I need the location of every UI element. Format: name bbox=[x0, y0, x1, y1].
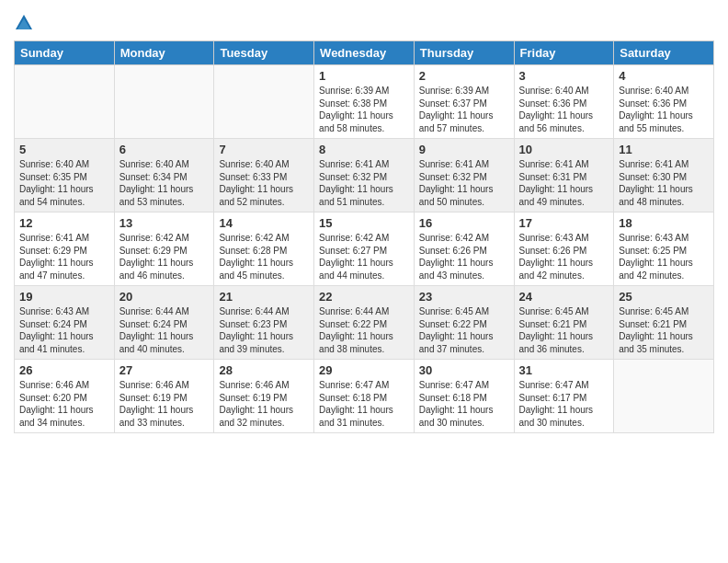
day-header-tuesday: Tuesday bbox=[214, 41, 314, 65]
calendar-cell: 28Sunrise: 6:46 AM Sunset: 6:19 PM Dayli… bbox=[214, 360, 314, 433]
day-number: 19 bbox=[19, 290, 109, 304]
calendar-cell: 23Sunrise: 6:45 AM Sunset: 6:22 PM Dayli… bbox=[414, 286, 514, 360]
calendar-cell: 26Sunrise: 6:46 AM Sunset: 6:20 PM Dayli… bbox=[15, 360, 115, 433]
day-number: 27 bbox=[119, 363, 210, 377]
day-header-thursday: Thursday bbox=[414, 41, 514, 65]
day-number: 1 bbox=[319, 69, 409, 83]
day-number: 29 bbox=[319, 363, 409, 377]
header bbox=[14, 9, 714, 33]
day-info: Sunrise: 6:45 AM Sunset: 6:22 PM Dayligh… bbox=[419, 305, 509, 355]
calendar-cell: 7Sunrise: 6:40 AM Sunset: 6:33 PM Daylig… bbox=[214, 139, 314, 213]
day-info: Sunrise: 6:45 AM Sunset: 6:21 PM Dayligh… bbox=[619, 305, 709, 355]
day-number: 25 bbox=[619, 290, 709, 304]
day-number: 11 bbox=[619, 143, 709, 156]
calendar-cell: 19Sunrise: 6:43 AM Sunset: 6:24 PM Dayli… bbox=[15, 286, 115, 360]
page: SundayMondayTuesdayWednesdayThursdayFrid… bbox=[0, 0, 728, 563]
week-row-3: 19Sunrise: 6:43 AM Sunset: 6:24 PM Dayli… bbox=[15, 286, 714, 360]
logo bbox=[14, 13, 38, 33]
week-row-4: 26Sunrise: 6:46 AM Sunset: 6:20 PM Dayli… bbox=[15, 360, 714, 433]
calendar-cell: 1Sunrise: 6:39 AM Sunset: 6:38 PM Daylig… bbox=[314, 65, 415, 139]
day-number: 26 bbox=[19, 363, 109, 377]
day-info: Sunrise: 6:40 AM Sunset: 6:33 PM Dayligh… bbox=[219, 158, 309, 208]
day-header-wednesday: Wednesday bbox=[314, 41, 415, 65]
calendar-cell bbox=[15, 65, 115, 139]
calendar-cell: 8Sunrise: 6:41 AM Sunset: 6:32 PM Daylig… bbox=[314, 139, 415, 213]
day-info: Sunrise: 6:47 AM Sunset: 6:18 PM Dayligh… bbox=[419, 379, 509, 429]
calendar-cell: 10Sunrise: 6:41 AM Sunset: 6:31 PM Dayli… bbox=[514, 139, 614, 213]
calendar-cell: 24Sunrise: 6:45 AM Sunset: 6:21 PM Dayli… bbox=[514, 286, 614, 360]
day-info: Sunrise: 6:43 AM Sunset: 6:24 PM Dayligh… bbox=[19, 305, 109, 355]
day-number: 3 bbox=[519, 69, 609, 83]
day-number: 12 bbox=[19, 216, 109, 230]
header-row: SundayMondayTuesdayWednesdayThursdayFrid… bbox=[15, 41, 714, 65]
day-info: Sunrise: 6:42 AM Sunset: 6:26 PM Dayligh… bbox=[419, 232, 509, 282]
day-number: 14 bbox=[219, 216, 309, 230]
day-info: Sunrise: 6:40 AM Sunset: 6:36 PM Dayligh… bbox=[619, 85, 709, 134]
calendar-cell: 14Sunrise: 6:42 AM Sunset: 6:28 PM Dayli… bbox=[214, 213, 314, 286]
day-number: 6 bbox=[119, 143, 210, 156]
week-row-2: 12Sunrise: 6:41 AM Sunset: 6:29 PM Dayli… bbox=[15, 213, 714, 286]
calendar-cell bbox=[614, 360, 714, 433]
day-info: Sunrise: 6:43 AM Sunset: 6:25 PM Dayligh… bbox=[619, 232, 709, 282]
day-info: Sunrise: 6:44 AM Sunset: 6:24 PM Dayligh… bbox=[119, 305, 210, 355]
day-info: Sunrise: 6:41 AM Sunset: 6:32 PM Dayligh… bbox=[419, 158, 509, 208]
day-info: Sunrise: 6:47 AM Sunset: 6:17 PM Dayligh… bbox=[519, 379, 609, 429]
calendar-cell: 27Sunrise: 6:46 AM Sunset: 6:19 PM Dayli… bbox=[114, 360, 214, 433]
week-row-0: 1Sunrise: 6:39 AM Sunset: 6:38 PM Daylig… bbox=[15, 65, 714, 139]
day-header-monday: Monday bbox=[114, 41, 214, 65]
day-info: Sunrise: 6:44 AM Sunset: 6:22 PM Dayligh… bbox=[319, 305, 409, 355]
calendar-cell: 13Sunrise: 6:42 AM Sunset: 6:29 PM Dayli… bbox=[114, 213, 214, 286]
logo-icon bbox=[14, 13, 34, 33]
calendar-cell: 12Sunrise: 6:41 AM Sunset: 6:29 PM Dayli… bbox=[15, 213, 115, 286]
calendar-cell: 18Sunrise: 6:43 AM Sunset: 6:25 PM Dayli… bbox=[614, 213, 714, 286]
day-info: Sunrise: 6:39 AM Sunset: 6:38 PM Dayligh… bbox=[319, 85, 409, 134]
calendar-cell: 29Sunrise: 6:47 AM Sunset: 6:18 PM Dayli… bbox=[314, 360, 415, 433]
calendar-cell: 11Sunrise: 6:41 AM Sunset: 6:30 PM Dayli… bbox=[614, 139, 714, 213]
day-number: 13 bbox=[119, 216, 210, 230]
week-row-1: 5Sunrise: 6:40 AM Sunset: 6:35 PM Daylig… bbox=[15, 139, 714, 213]
day-info: Sunrise: 6:44 AM Sunset: 6:23 PM Dayligh… bbox=[219, 305, 309, 355]
day-number: 16 bbox=[419, 216, 509, 230]
day-number: 23 bbox=[419, 290, 509, 304]
day-info: Sunrise: 6:39 AM Sunset: 6:37 PM Dayligh… bbox=[419, 85, 509, 134]
day-number: 30 bbox=[419, 363, 509, 377]
day-number: 15 bbox=[319, 216, 409, 230]
day-info: Sunrise: 6:46 AM Sunset: 6:19 PM Dayligh… bbox=[119, 379, 210, 429]
day-number: 9 bbox=[419, 143, 509, 156]
day-number: 5 bbox=[19, 143, 109, 156]
day-info: Sunrise: 6:42 AM Sunset: 6:27 PM Dayligh… bbox=[319, 232, 409, 282]
calendar-cell: 9Sunrise: 6:41 AM Sunset: 6:32 PM Daylig… bbox=[414, 139, 514, 213]
day-number: 22 bbox=[319, 290, 409, 304]
calendar-cell: 31Sunrise: 6:47 AM Sunset: 6:17 PM Dayli… bbox=[514, 360, 614, 433]
day-info: Sunrise: 6:47 AM Sunset: 6:18 PM Dayligh… bbox=[319, 379, 409, 429]
calendar-cell: 5Sunrise: 6:40 AM Sunset: 6:35 PM Daylig… bbox=[15, 139, 115, 213]
day-info: Sunrise: 6:46 AM Sunset: 6:20 PM Dayligh… bbox=[19, 379, 109, 429]
calendar-cell: 6Sunrise: 6:40 AM Sunset: 6:34 PM Daylig… bbox=[114, 139, 214, 213]
calendar-cell: 17Sunrise: 6:43 AM Sunset: 6:26 PM Dayli… bbox=[514, 213, 614, 286]
day-header-sunday: Sunday bbox=[15, 41, 115, 65]
calendar-cell: 3Sunrise: 6:40 AM Sunset: 6:36 PM Daylig… bbox=[514, 65, 614, 139]
calendar-cell: 22Sunrise: 6:44 AM Sunset: 6:22 PM Dayli… bbox=[314, 286, 415, 360]
day-info: Sunrise: 6:40 AM Sunset: 6:34 PM Dayligh… bbox=[119, 158, 210, 208]
day-number: 20 bbox=[119, 290, 210, 304]
day-number: 7 bbox=[219, 143, 309, 156]
day-number: 2 bbox=[419, 69, 509, 83]
day-number: 4 bbox=[619, 69, 709, 83]
calendar-cell: 25Sunrise: 6:45 AM Sunset: 6:21 PM Dayli… bbox=[614, 286, 714, 360]
calendar-cell: 2Sunrise: 6:39 AM Sunset: 6:37 PM Daylig… bbox=[414, 65, 514, 139]
calendar-cell: 4Sunrise: 6:40 AM Sunset: 6:36 PM Daylig… bbox=[614, 65, 714, 139]
day-number: 31 bbox=[519, 363, 609, 377]
calendar-cell: 20Sunrise: 6:44 AM Sunset: 6:24 PM Dayli… bbox=[114, 286, 214, 360]
day-number: 17 bbox=[519, 216, 609, 230]
day-number: 28 bbox=[219, 363, 309, 377]
day-number: 18 bbox=[619, 216, 709, 230]
day-number: 8 bbox=[319, 143, 409, 156]
day-info: Sunrise: 6:41 AM Sunset: 6:30 PM Dayligh… bbox=[619, 158, 709, 208]
day-header-saturday: Saturday bbox=[614, 41, 714, 65]
calendar-cell bbox=[114, 65, 214, 139]
day-info: Sunrise: 6:45 AM Sunset: 6:21 PM Dayligh… bbox=[519, 305, 609, 355]
day-info: Sunrise: 6:41 AM Sunset: 6:31 PM Dayligh… bbox=[519, 158, 609, 208]
day-number: 10 bbox=[519, 143, 609, 156]
day-info: Sunrise: 6:41 AM Sunset: 6:32 PM Dayligh… bbox=[319, 158, 409, 208]
day-info: Sunrise: 6:46 AM Sunset: 6:19 PM Dayligh… bbox=[219, 379, 309, 429]
